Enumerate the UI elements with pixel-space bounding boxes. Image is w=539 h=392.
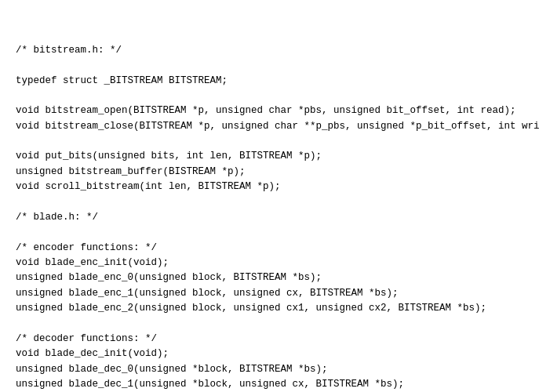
code-line-17: unsigned blade_enc_2(unsigned block, uns…: [16, 301, 523, 316]
code-line-2: typedef struct _BITSTREAM BITSTREAM;: [16, 74, 523, 89]
code-line-8: unsigned bitstream_buffer(BISTREAM *p);: [16, 165, 523, 180]
code-line-10: [16, 195, 523, 210]
code-line-15: unsigned blade_enc_0(unsigned block, BIT…: [16, 270, 523, 285]
code-content: /* bitstream.h: */ typedef struct _BITST…: [16, 13, 523, 392]
code-line-3: [16, 89, 523, 103]
code-line-14: void blade_enc_init(void);: [16, 256, 523, 270]
code-line-20: void blade_dec_init(void);: [16, 347, 523, 361]
code-line-13: /* encoder functions: */: [16, 241, 523, 256]
code-line-22: unsigned blade_dec_1(unsigned *block, un…: [16, 377, 523, 392]
code-line-16: unsigned blade_enc_1(unsigned block, uns…: [16, 286, 523, 301]
code-line-9: void scroll_bitstream(int len, BITSTREAM…: [16, 180, 523, 194]
code-line-18: [16, 317, 523, 332]
code-line-0: /* bitstream.h: */: [16, 43, 523, 58]
code-line-19: /* decoder functions: */: [16, 332, 523, 347]
code-line-6: [16, 134, 523, 149]
code-line-21: unsigned blade_dec_0(unsigned *block, BI…: [16, 362, 523, 377]
code-line-12: [16, 225, 523, 240]
code-line-5: void bitstream_close(BITSTREAM *p, unsig…: [16, 119, 523, 134]
code-line-1: [16, 58, 523, 73]
code-line-7: void put_bits(unsigned bits, int len, BI…: [16, 149, 523, 164]
code-line-4: void bitstream_open(BITSTREAM *p, unsign…: [16, 103, 523, 118]
code-line-11: /* blade.h: */: [16, 210, 523, 225]
